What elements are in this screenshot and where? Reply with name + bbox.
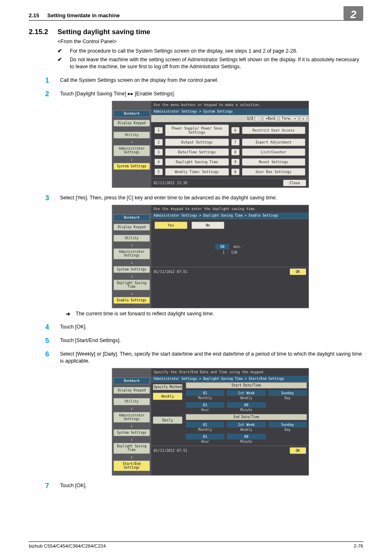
page-prev-disabled: ◂ <box>255 116 262 121</box>
start-weekly-value[interactable]: 1st Week <box>227 390 265 396</box>
opt-num-1[interactable]: 1 <box>154 127 163 134</box>
header-title: Setting time/date in machine <box>47 12 363 18</box>
panel-datetime: 01/11/2012 07:51 <box>154 449 187 453</box>
forward-button[interactable]: Forw. ↠ <box>279 116 298 121</box>
end-day-value[interactable]: Sunday <box>268 422 307 428</box>
end-minute-label: Minute <box>227 439 265 444</box>
side-bookmark[interactable]: Bookmark <box>113 214 150 221</box>
nav-arrow-icon: ↓ <box>113 157 150 162</box>
side-display-keypad[interactable]: Display Keypad <box>113 120 150 127</box>
precondition-2: Do not leave the machine with the settin… <box>70 56 363 70</box>
method-weekly[interactable]: Weekly <box>153 393 182 400</box>
side-utility[interactable]: Utility <box>113 398 150 405</box>
start-day-label: Day <box>268 396 307 400</box>
ok-button[interactable]: OK <box>290 268 306 275</box>
end-weekly-value[interactable]: 1st Week <box>227 422 265 428</box>
section-number: 2.15.2 <box>29 28 58 36</box>
side-system-settings[interactable]: System Settings <box>113 266 150 273</box>
side-admin-settings[interactable]: Administrator Settings <box>113 412 150 423</box>
start-day-value[interactable]: Sunday <box>268 390 307 396</box>
opt-output[interactable]: Output Settings <box>165 139 229 146</box>
side-enable-settings[interactable]: Enable Settings <box>113 297 150 304</box>
end-datetime-header: End Date/Time <box>186 414 307 420</box>
result-arrow-icon: ➔ <box>66 311 76 317</box>
no-button[interactable]: No <box>191 222 224 229</box>
step-text-2: Touch [Daylight Saving Time] ▸▸ [Enable … <box>60 90 363 97</box>
side-bookmark[interactable]: Bookmark <box>113 377 150 384</box>
side-display-keypad[interactable]: Display Keypad <box>113 224 150 231</box>
start-minute-value[interactable]: 00 <box>227 402 265 408</box>
step-text-5: Touch [Start/End Settings]. <box>60 337 363 344</box>
end-hour-label: Hour <box>186 439 224 444</box>
step-text-7: Touch [OK]. <box>60 482 363 489</box>
section-subtitle: <From the Control Panel> <box>58 39 363 44</box>
header-section-number: 2.15 <box>29 12 39 18</box>
opt-num-8[interactable]: 8 <box>231 149 240 155</box>
opt-num-0[interactable]: 0 <box>231 169 240 175</box>
side-display-keypad[interactable]: Display Keypad <box>113 387 150 394</box>
side-admin-settings[interactable]: Administrator Settings <box>113 248 150 259</box>
back-button[interactable]: ↞Back <box>263 116 278 121</box>
method-daily[interactable]: Daily <box>153 416 182 424</box>
opt-restrict-user[interactable]: Restrict User Access <box>242 127 306 134</box>
opt-num-3[interactable]: 3 <box>154 149 163 155</box>
side-system-settings[interactable]: System Settings <box>113 429 150 436</box>
dst-minutes-value[interactable]: 60 <box>215 244 229 250</box>
side-utility[interactable]: Utility <box>113 132 150 139</box>
start-weekly-label: Weekly <box>227 396 265 400</box>
page-next[interactable]: ▸ <box>300 116 307 121</box>
opt-num-4[interactable]: 4 <box>154 159 163 165</box>
start-hour-value[interactable]: 01 <box>186 402 224 408</box>
step-text-6: Select [Weekly] or [Daily]. Then, specif… <box>60 351 363 365</box>
screenshot-enable-settings: Bookmark Display Keypad Utility ↓ Admini… <box>112 205 309 309</box>
side-utility[interactable]: Utility <box>113 235 150 242</box>
step-number-3: 3 <box>45 194 60 201</box>
side-bookmark[interactable]: Bookmark <box>113 110 150 117</box>
end-hour-value[interactable]: 01 <box>186 434 224 439</box>
opt-datetime[interactable]: Date/Time Settings <box>165 148 229 156</box>
step-number-2: 2 <box>45 90 60 97</box>
screenshot-system-settings: Bookmark Display Keypad Utility ↓ Admini… <box>112 101 309 188</box>
nav-arrow-icon: ↓ <box>113 243 150 247</box>
nav-arrow-icon: ↓ <box>113 260 150 265</box>
side-admin-settings[interactable]: Administrator Settings <box>113 145 150 156</box>
end-minute-value[interactable]: 00 <box>227 434 265 439</box>
opt-num-9[interactable]: 9 <box>231 159 240 165</box>
breadcrumb: Administrator Settings > System Settings <box>151 109 309 115</box>
start-monthly-value[interactable]: 01 <box>186 390 224 396</box>
opt-user-box[interactable]: User Box Settings <box>242 168 306 176</box>
opt-dst[interactable]: Daylight Saving Time <box>165 158 229 166</box>
opt-weekly-timer[interactable]: Weekly Timer Settings <box>165 168 229 176</box>
yes-button[interactable]: Yes <box>154 222 187 229</box>
dst-minutes-unit: min. <box>231 244 244 250</box>
specify-method-header: Specify Method <box>153 384 182 390</box>
side-dst[interactable]: Daylight Saving Time <box>113 443 150 453</box>
start-hour-label: Hour <box>186 408 224 412</box>
panel-instruction: Use the menu buttons or keypad to make a… <box>151 101 309 109</box>
end-weekly-label: Weekly <box>227 428 265 432</box>
check-icon: ✔ <box>58 56 70 70</box>
end-day-label: Day <box>268 428 307 432</box>
screenshot-start-end-settings: Bookmark Display Keypad Utility ↓ Admini… <box>112 368 309 476</box>
close-button[interactable]: Close <box>283 180 306 186</box>
step-text-3: Select [Yes]. Then, press the [C] key an… <box>60 194 363 201</box>
step-text-4: Touch [OK]. <box>60 324 363 331</box>
opt-num-7[interactable]: 7 <box>231 139 240 146</box>
opt-num-5[interactable]: 5 <box>154 169 163 175</box>
side-system-settings[interactable]: System Settings <box>113 163 150 170</box>
opt-reset[interactable]: Reset Settings <box>242 158 306 166</box>
start-minute-label: Minute <box>227 408 265 412</box>
end-monthly-value[interactable]: 01 <box>186 422 224 428</box>
ok-button[interactable]: OK <box>290 447 306 454</box>
opt-num-6[interactable]: 6 <box>231 127 240 134</box>
opt-list-counter[interactable]: List/Counter <box>242 148 306 156</box>
side-start-end-settings[interactable]: Start/End Settings <box>113 460 150 471</box>
step-number-4: 4 <box>45 324 60 331</box>
opt-num-2[interactable]: 2 <box>154 139 163 146</box>
nav-arrow-icon: ↓ <box>113 139 150 144</box>
panel-datetime: 01/11/2012 07:51 <box>154 270 187 274</box>
side-dst[interactable]: Daylight Saving Time <box>113 280 150 290</box>
opt-expert[interactable]: Expert Adjustment <box>242 139 306 146</box>
opt-power-supply[interactable]: Power Supply/ Power Save Settings <box>165 125 229 136</box>
start-monthly-label: Monthly <box>186 396 224 400</box>
